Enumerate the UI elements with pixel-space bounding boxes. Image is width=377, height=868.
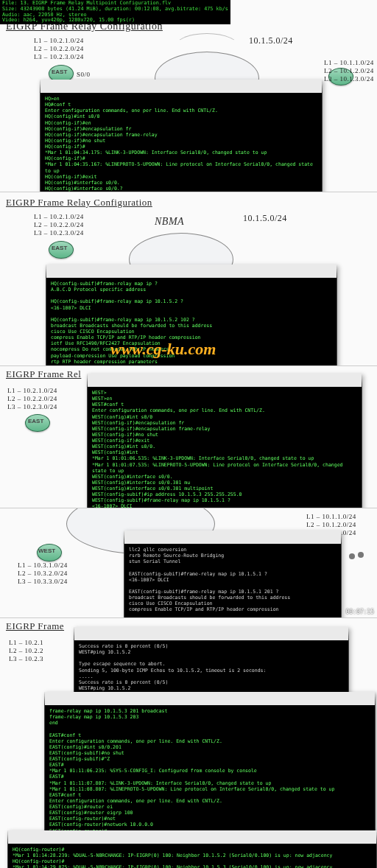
west-networks-4: L1 – 10.3.1.0/24 L2 – 10.3.2.0/24 L3 – 1… [18,561,68,585]
minimize-button[interactable]: – [297,533,310,542]
minimize-button[interactable]: – [292,267,306,276]
panel3-title: EIGRP Frame Rel [6,368,81,380]
maximize-button[interactable]: □ [318,629,331,638]
minimize-button[interactable]: – [317,376,331,385]
maximize-button[interactable]: □ [306,267,320,276]
nbma-label: NBMA [155,216,184,228]
terminal-east-5[interactable]: EAST –□× frame-relay map ip 10.1.5.3 201… [44,692,376,844]
panel2-title: EIGRP Frame Relay Configuration [6,197,152,209]
terminal-icon [43,82,52,91]
panel-4: WEST L1 – 10.3.1.0/24 L2 – 10.3.2.0/24 L… [0,508,377,618]
serial-interface-1: S0/0 [77,71,91,79]
window-controls-3[interactable]: –□× [317,376,359,385]
close-button[interactable]: × [325,533,338,542]
terminal-title-2: HQ [63,266,73,274]
maximize-button[interactable]: □ [345,694,358,703]
terminal-icon [49,267,58,276]
east-networks-1: L1 – 10.2.1.0/24 L2 – 10.2.2.0/24 L3 – 1… [34,37,84,60]
terminal-icon [48,694,57,703]
terminal-icon [91,376,99,385]
maximize-button[interactable]: □ [311,533,324,542]
terminal-output-east-5[interactable]: frame-relay map ip 10.1.5.3 201 broadcas… [49,708,370,844]
window-controls-2[interactable]: –□× [292,267,334,276]
cloud-subnet-1: 10.1.5.0/24 [249,35,293,46]
east-networks-2: L1 – 10.2.1.0/24 L2 – 10.2.2.0/24 L3 – 1… [34,213,84,237]
meta-video: Video: h264, yuv420p, 1280x720, 15.00 fp… [2,18,228,24]
close-button[interactable]: × [359,694,372,703]
terminal-title-1: HQ [57,81,67,89]
east-networks-5: L1 – 10.2.1 L2 – 10.2.2 L3 – 10.2.3 [9,639,43,662]
terminal-output-west-5[interactable]: Success rate is 0 percent (0/5)WEST#ping… [79,643,344,691]
panel5-title: EIGRP Frame [6,620,64,632]
flower-icon [348,549,368,565]
cloud-subnet-2: 10.1.5.0/24 [243,213,287,224]
panel-2: EIGRP Frame Relay Configuration L1 – 10.… [0,192,377,366]
terminal-hq-1[interactable]: HQ –□× HQ>enHQ#conf tEnter configuration… [40,80,323,192]
terminal-title-4: EAST [141,532,158,540]
panel-1: File: 13. EIGRP Frame Relay Multipoint C… [0,0,377,192]
terminal-hq-2[interactable]: HQ –□× HQ(config-subif)#frame-relay map … [46,265,337,366]
terminal-title-west-5: WEST [91,629,110,637]
terminal-output-hq-5[interactable]: HQ(config-router)#*Mar 1 01:14:28.239: %… [13,847,372,868]
minimize-button[interactable]: – [331,694,344,703]
router-east-label-2: EAST [52,245,67,251]
terminal-title-3: WEST [104,375,123,383]
timestamp-4: 00:07:15 [345,609,374,615]
close-button[interactable]: × [320,267,334,276]
terminal-output-4[interactable]: llc2 qllc conversion rsrb Remote Source-… [129,547,337,612]
file-metadata: File: 13. EIGRP Frame Relay Multipoint C… [0,0,230,24]
maximize-button[interactable]: □ [292,82,305,91]
minimize-button[interactable]: – [304,629,317,638]
close-button[interactable]: × [332,629,345,638]
terminal-title-east-5: EAST [61,693,79,701]
terminal-east-4[interactable]: EAST –□× llc2 qllc conversion rsrb Remot… [124,531,342,618]
terminal-output-1[interactable]: HQ>enHQ#conf tEnter configuration comman… [45,96,317,192]
terminal-icon [127,533,136,542]
close-button[interactable]: × [306,82,319,91]
window-controls-east-5[interactable]: –□× [330,694,372,703]
terminal-output-3[interactable]: WEST>WEST>enWEST#conf tEnter configurati… [92,390,357,508]
panel-3: EIGRP Frame Rel L1 – 10.2.1.0/24 L2 – 10… [0,366,377,508]
window-controls-west-5[interactable]: –□× [303,629,345,638]
router-west-label-4: WEST [38,547,55,554]
window-controls-4[interactable]: –□× [296,533,338,542]
terminal-icon [11,833,20,841]
terminal-output-2[interactable]: HQ(config-subif)#frame-relay map ip ? A.… [51,281,332,366]
terminal-west-3[interactable]: WEST –□× WEST>WEST>enWEST#conf tEnter co… [87,374,362,508]
router-east-label-3: EAST [28,418,43,424]
terminal-icon [77,629,86,638]
panel-5: EIGRP Frame L1 – 10.2.1 L2 – 10.2.2 L3 –… [0,618,377,868]
router-east-label: EAST [52,69,67,75]
east-networks-3: L1 – 10.2.1.0/24 L2 – 10.2.2.0/24 L3 – 1… [7,387,57,410]
maximize-button[interactable]: □ [331,376,345,385]
terminal-hq-5[interactable]: HQ HQ(config-router)#*Mar 1 01:14:28.239… [7,830,377,868]
west-networks-1: L1 – 10.1.1.0/24 L2 – 10.1.2.0/24 L3 – 1… [324,59,374,83]
close-button[interactable]: × [345,376,359,385]
minimize-button[interactable]: – [278,82,291,91]
terminal-title-hq-5: HQ [24,832,35,840]
window-controls-1[interactable]: –□× [277,82,319,91]
